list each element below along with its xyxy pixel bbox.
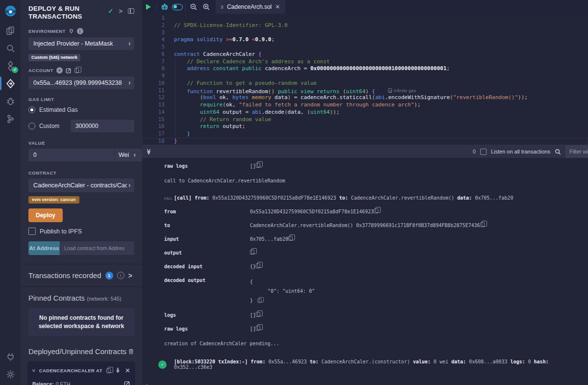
tab-cadencearch-sol[interactable]: S CadenceArch.sol ✕ — [216, 0, 285, 14]
transactions-info-icon[interactable]: i — [117, 272, 124, 279]
terminal-toolbar: ≫ 0 Listen on all transactions — [142, 145, 588, 158]
deploy-run-panel: DEPLOY & RUN TRANSACTIONS ✓ > ENVIRONMEN… — [21, 0, 142, 385]
transactions-expand-icon[interactable]: > — [128, 272, 134, 280]
copy-icon[interactable] — [256, 326, 260, 331]
deploy-button[interactable]: Deploy — [28, 208, 63, 222]
tab-close-icon[interactable]: ✕ — [275, 3, 280, 10]
environment-info-icon[interactable]: i — [77, 28, 83, 34]
remove-contract-icon[interactable]: ✕ — [125, 367, 130, 374]
file-explorer-icon[interactable] — [0, 22, 21, 39]
tab-filename: CadenceArch.sol — [227, 3, 271, 10]
add-account-icon[interactable]: + — [56, 67, 63, 74]
terminal-filter-input[interactable] — [565, 145, 588, 158]
terminal-kv-row: toCadenceArchCaler.revertibleRandom() 0x… — [164, 222, 588, 229]
solidity-compiler-icon[interactable]: ✓ — [0, 57, 21, 75]
copy-icon[interactable] — [256, 263, 260, 268]
listen-all-label: Listen on all transactions — [491, 149, 550, 154]
terminal-call-row[interactable]: CALL[call] from: 0x55a1320D432759960C5Df… — [164, 195, 588, 201]
custom-gas-radio[interactable] — [28, 123, 35, 129]
terminal-prompt: > — [146, 383, 588, 385]
terminal-row-value: [] — [250, 312, 256, 319]
code-line-7: 7 // Declare Cadence Arch's address as a… — [142, 58, 588, 66]
line-number: 14 — [142, 109, 165, 116]
copy-icon[interactable] — [256, 312, 260, 317]
select-arrows-icon: ▴▾ — [129, 42, 130, 46]
line-number: 16 — [142, 123, 165, 130]
panel-forward-icon[interactable]: > — [119, 7, 122, 15]
transactions-recorded-row[interactable]: Transactions recorded 1 i > — [28, 264, 134, 286]
copy-icon[interactable] — [256, 163, 260, 168]
panel-check-icon: ✓ — [108, 7, 114, 15]
code-line-4: 4pragma solidity >=0.7.0 <0.9.0; — [142, 36, 588, 44]
terminal-search-icon[interactable] — [555, 149, 561, 155]
copilot-toggle[interactable] — [171, 0, 184, 14]
edit-balance-icon[interactable] — [124, 381, 130, 385]
estimated-gas-radio[interactable] — [28, 106, 35, 113]
code-line-3: 3 — [142, 29, 588, 37]
pin-contract-icon[interactable] — [115, 367, 121, 374]
network-badge: Custom (545) network — [28, 54, 80, 61]
at-address-button[interactable]: At Address — [28, 241, 60, 255]
terminal-row-label: decoded output — [164, 277, 250, 284]
line-number: 15 — [142, 116, 165, 124]
terminal-kv-row: from0x55a1320D432759960C5Df0215a8dF78e1E… — [164, 208, 588, 215]
publish-ipfs-checkbox[interactable] — [28, 228, 36, 235]
value-unit: Wei — [119, 152, 129, 158]
gas-limit-label: GAS LIMIT — [28, 97, 54, 102]
terminal-collapse-icon[interactable]: ≫ — [146, 149, 152, 154]
deployed-contract-title: CADENCEARCHCALER AT 0) — [39, 368, 102, 373]
copy-icon[interactable] — [480, 222, 485, 227]
copy-icon[interactable] — [257, 298, 261, 303]
terminal-row-label: to — [164, 222, 250, 229]
copy-icon[interactable] — [288, 236, 293, 241]
copy-contract-address-icon[interactable] — [106, 368, 111, 373]
environment-select[interactable]: Injected Provider - MetaMask ▴▾ — [28, 37, 134, 50]
terminal-row-value: 0x705...fab20 — [250, 236, 288, 243]
estimated-gas-label: Estimated Gas — [39, 106, 78, 113]
card-collapse-icon[interactable]: > — [31, 369, 36, 372]
debugger-icon[interactable] — [0, 92, 21, 110]
plugin-manager-icon[interactable] — [0, 348, 21, 365]
zoom-out-button[interactable] — [187, 0, 200, 14]
code-editor[interactable]: 12// SPDX-License-Identifier: GPL-3.034p… — [142, 14, 588, 145]
terminal-output[interactable]: raw logs[]call to CadenceArchCaler.rever… — [142, 158, 588, 385]
listen-all-checkbox[interactable] — [480, 149, 487, 155]
line-number: 2 — [142, 22, 165, 29]
line-number: 10 — [142, 80, 165, 87]
terminal-row-value: [] — [250, 163, 256, 170]
code-line-13: 13 require(ok, "failed to fetch a random… — [142, 102, 588, 109]
success-check-icon: ✓ — [158, 360, 167, 369]
line-number: 11 — [142, 87, 165, 95]
code-line-17: 17 } — [142, 130, 588, 138]
deploy-run-icon[interactable] — [0, 75, 21, 92]
account-select[interactable]: 0x55a...46923 (999.9999453238 ▴▾ — [28, 77, 134, 89]
value-label: VALUE — [28, 140, 45, 146]
ai-assistant-button[interactable] — [158, 0, 171, 14]
sign-message-icon[interactable] — [66, 68, 72, 74]
code-line-10: 10 // Function to get a pseudo-random va… — [142, 80, 588, 87]
run-script-button[interactable] — [142, 0, 155, 14]
plug-icon[interactable] — [69, 28, 74, 34]
zoom-in-button[interactable] — [200, 0, 213, 14]
search-icon[interactable] — [0, 39, 21, 57]
line-number: 1 — [142, 15, 165, 22]
copy-icon[interactable] — [250, 250, 254, 255]
terminal-block-row[interactable]: ✓[block:5033220 txIndex:-] from: 0x55a..… — [158, 359, 588, 370]
clear-deployed-trash-icon[interactable] — [128, 348, 134, 355]
value-input[interactable] — [28, 149, 114, 161]
terminal-row-value: { "0": "uint64: 0"} — [250, 277, 315, 305]
settings-gear-icon[interactable] — [0, 365, 21, 383]
copy-account-icon[interactable] — [74, 68, 79, 73]
git-icon[interactable] — [0, 110, 21, 128]
terminal-text-row: creation of CadenceArchCaler pending... — [164, 341, 588, 346]
value-unit-select[interactable]: Wei ▴▾ — [115, 149, 142, 161]
transactions-recorded-label: Transactions recorded — [28, 271, 101, 280]
panel-pin-icon[interactable] — [128, 8, 134, 14]
select-arrows-icon: ▴▾ — [134, 153, 138, 157]
contract-select[interactable]: CadenceArchCaler - contracts/Cac ▴▾ — [28, 179, 134, 192]
remix-logo[interactable] — [0, 0, 21, 22]
at-address-input[interactable] — [60, 241, 134, 255]
panel-title: DEPLOY & RUN TRANSACTIONS — [28, 5, 102, 21]
custom-gas-input[interactable] — [71, 120, 134, 132]
copy-icon[interactable] — [374, 208, 378, 213]
